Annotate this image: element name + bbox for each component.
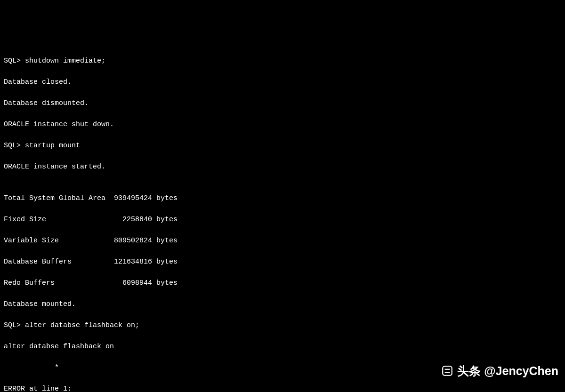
terminal-line: SQL> shutdown immediate; (4, 56, 561, 67)
svg-rect-1 (445, 369, 450, 370)
terminal-line: Database Buffers 121634816 bytes (4, 257, 561, 268)
terminal-line: SQL> alter databse flashback on; (4, 320, 561, 331)
terminal-line: ORACLE instance shut down. (4, 120, 561, 130)
terminal-line: Database mounted. (4, 299, 561, 310)
terminal-line: Database dismounted. (4, 98, 561, 109)
terminal-line: Redo Buffers 6098944 bytes (4, 278, 561, 289)
svg-rect-0 (443, 367, 452, 376)
terminal-line: SQL> startup mount (4, 141, 561, 152)
terminal-line: Fixed Size 2258840 bytes (4, 215, 561, 225)
terminal-line: alter databse flashback on (4, 342, 561, 352)
terminal-output[interactable]: SQL> shutdown immediate; Database closed… (4, 45, 561, 392)
terminal-line: Database closed. (4, 77, 561, 88)
terminal-line: ORACLE instance started. (4, 162, 561, 173)
terminal-line: Variable Size 809502824 bytes (4, 236, 561, 247)
toutiao-icon (441, 365, 453, 377)
svg-rect-2 (445, 372, 450, 373)
terminal-line: ERROR at line 1: (4, 384, 561, 392)
watermark: 头条 @JencyChen (441, 362, 558, 380)
terminal-line: Total System Global Area 939495424 bytes (4, 193, 561, 204)
watermark-text: 头条 @JencyChen (457, 362, 558, 380)
